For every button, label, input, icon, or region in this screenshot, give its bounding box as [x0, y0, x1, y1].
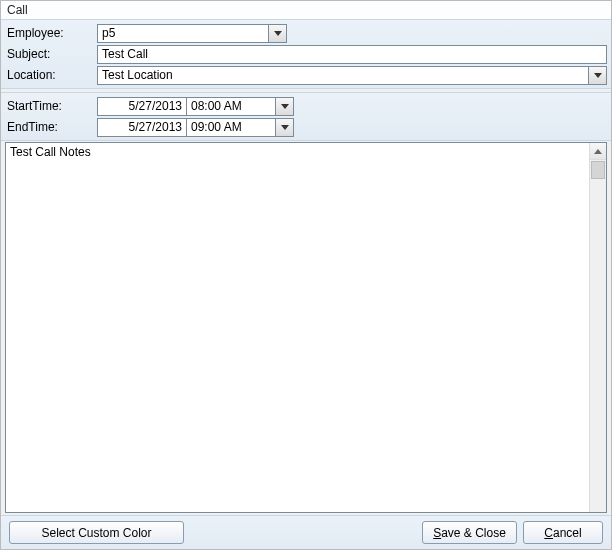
start-time-input[interactable]	[186, 97, 275, 116]
end-date-input[interactable]	[97, 118, 187, 137]
chevron-down-icon	[281, 104, 289, 109]
end-time-dropdown-button[interactable]	[275, 118, 294, 137]
chevron-down-icon	[594, 73, 602, 78]
subject-label: Subject:	[5, 47, 97, 61]
notes-textarea[interactable]	[6, 143, 589, 512]
form-top-section: Employee: Subject: Location:	[1, 19, 611, 89]
cancel-button[interactable]: Cancel	[523, 521, 603, 544]
end-time-combo[interactable]	[186, 118, 294, 137]
employee-input[interactable]	[97, 24, 268, 43]
button-bar: Select Custom Color Save & Close Cancel	[1, 515, 611, 549]
save-and-close-button[interactable]: Save & Close	[422, 521, 517, 544]
start-time-combo[interactable]	[186, 97, 294, 116]
starttime-label: StartTime:	[5, 99, 97, 113]
location-combo[interactable]	[97, 66, 607, 85]
chevron-down-icon	[274, 31, 282, 36]
start-time-dropdown-button[interactable]	[275, 97, 294, 116]
employee-dropdown-button[interactable]	[268, 24, 287, 43]
location-dropdown-button[interactable]	[588, 66, 607, 85]
subject-input[interactable]	[97, 45, 607, 64]
employee-label: Employee:	[5, 26, 97, 40]
end-time-input[interactable]	[186, 118, 275, 137]
start-date-input[interactable]	[97, 97, 187, 116]
notes-area	[5, 142, 607, 513]
scroll-up-arrow[interactable]	[590, 143, 606, 160]
location-label: Location:	[5, 68, 97, 82]
endtime-label: EndTime:	[5, 120, 97, 134]
chevron-up-icon	[594, 149, 602, 154]
chevron-down-icon	[281, 125, 289, 130]
scroll-thumb[interactable]	[591, 161, 605, 179]
location-input[interactable]	[97, 66, 588, 85]
employee-combo[interactable]	[97, 24, 287, 43]
select-custom-color-button[interactable]: Select Custom Color	[9, 521, 184, 544]
notes-scrollbar[interactable]	[589, 143, 606, 512]
form-time-section: StartTime: EndTime:	[1, 92, 611, 141]
window-title: Call	[1, 1, 611, 19]
